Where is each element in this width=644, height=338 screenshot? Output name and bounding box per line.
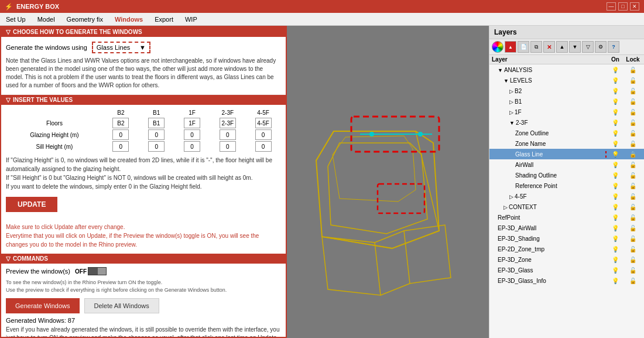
layer-reference-point-on-icon[interactable]: 💡 xyxy=(607,183,624,189)
menu-windows[interactable]: Windows xyxy=(112,15,145,23)
layer-new-btn[interactable]: 📄 xyxy=(518,41,529,53)
layer-row-levels[interactable]: ▼LEVELS 💡 🔓 xyxy=(489,75,644,86)
layer-refpoint-on-icon[interactable]: 💡 xyxy=(607,214,624,221)
delete-all-windows-button[interactable]: Delete All Windows xyxy=(84,298,159,313)
layer-row-b1[interactable]: ▷B1 💡 🔓 xyxy=(489,96,644,107)
layer-down-btn[interactable]: ▼ xyxy=(569,41,581,53)
layer-context-lock-icon[interactable]: 🔓 xyxy=(624,204,642,210)
sill-b2-input[interactable] xyxy=(112,141,129,152)
toggle-switch[interactable] xyxy=(88,267,107,275)
glazing-1f-input[interactable] xyxy=(184,129,200,140)
layer-analysis-lock-icon[interactable]: 🔓 xyxy=(624,67,642,73)
layer-2-3f-lock-icon[interactable]: 🔓 xyxy=(624,120,642,126)
maximize-button[interactable]: □ xyxy=(618,2,628,11)
layer-row-ep3d-zone[interactable]: EP-3D_Zone 💡 🔓 xyxy=(489,254,644,265)
sill-4-5f-input[interactable] xyxy=(255,141,272,152)
layer-ep2d-zone-tmp-on-icon[interactable]: 💡 xyxy=(607,246,624,252)
layer-2-3f-on-icon[interactable]: 💡 xyxy=(607,120,624,126)
preview-toggle[interactable]: OFF xyxy=(75,267,107,275)
layer-b1-on-icon[interactable]: 💡 xyxy=(607,98,624,105)
menu-model[interactable]: Model xyxy=(35,15,57,23)
layer-zone-outline-on-icon[interactable]: 💡 xyxy=(607,130,624,136)
layer-airwall-on-icon[interactable]: 💡 xyxy=(607,162,624,168)
glazing-b2-input[interactable] xyxy=(112,129,129,140)
menu-wip[interactable]: WIP xyxy=(183,15,200,23)
menu-export[interactable]: Export xyxy=(152,15,176,23)
layer-ep3d-glass-info-on-icon[interactable]: 💡 xyxy=(607,278,624,284)
glazing-2-3f-input[interactable] xyxy=(220,129,236,140)
layer-b2-on-icon[interactable]: 💡 xyxy=(607,88,624,94)
floors-b2-input[interactable] xyxy=(112,118,129,128)
glazing-b1-input[interactable] xyxy=(148,129,165,140)
layer-row-analysis[interactable]: ▼ANALYSIS 💡 🔓 xyxy=(489,64,644,75)
layer-btn-2[interactable]: ▲ xyxy=(505,41,516,53)
layer-row-1f[interactable]: ▷1F 💡 🔓 xyxy=(489,107,644,117)
layer-zone-name-on-icon[interactable]: 💡 xyxy=(607,141,624,147)
layer-settings-btn[interactable]: ⚙ xyxy=(595,41,607,53)
layer-row-refpoint[interactable]: RefPoint 💡 🔓 xyxy=(489,212,644,223)
layer-delete-btn[interactable]: ✕ xyxy=(543,41,555,53)
layer-refpoint-lock-icon[interactable]: 🔓 xyxy=(624,214,642,221)
layer-color-wheel-btn[interactable] xyxy=(492,41,503,53)
sill-2-3f-input[interactable] xyxy=(220,141,236,152)
layer-row-zone-name[interactable]: Zone Name 💡 🔓 xyxy=(489,138,644,149)
layer-levels-lock-icon[interactable]: 🔓 xyxy=(624,77,642,84)
layer-b2-lock-icon[interactable]: 🔓 xyxy=(624,88,642,94)
layer-4-5f-lock-icon[interactable]: 🔓 xyxy=(624,193,642,200)
layer-context-on-icon[interactable]: 💡 xyxy=(607,204,624,210)
layer-row-ep3d-glass[interactable]: EP-3D_Glass 💡 🔓 xyxy=(489,265,644,275)
layer-analysis-on-icon[interactable]: 💡 xyxy=(607,67,624,73)
sill-b1-input[interactable] xyxy=(148,141,165,152)
layer-zone-name-lock-icon[interactable]: 🔓 xyxy=(624,141,642,147)
layer-levels-on-icon[interactable]: 💡 xyxy=(607,77,624,84)
layer-row-ep3d-shading[interactable]: EP-3D_Shading 💡 🔓 xyxy=(489,233,644,244)
minimize-button[interactable]: — xyxy=(607,2,616,11)
floors-4-5f-input[interactable] xyxy=(255,118,272,128)
layer-row-2-3f[interactable]: ▼2-3F 💡 🔓 xyxy=(489,117,644,128)
layer-ep2d-zone-tmp-lock-icon[interactable]: 🔓 xyxy=(624,246,642,252)
layer-row-reference-point[interactable]: Reference Point 💡 🔓 xyxy=(489,180,644,191)
layer-row-zone-outline[interactable]: Zone Outline 💡 🔓 xyxy=(489,128,644,138)
generate-windows-button[interactable]: Generate Windows xyxy=(6,298,80,313)
glass-lines-dropdown[interactable]: Glass Lines ▼ xyxy=(92,42,150,53)
layer-ep3d-airwall-on-icon[interactable]: 💡 xyxy=(607,225,624,231)
layer-row-4-5f[interactable]: ▷4-5F 💡 🔓 xyxy=(489,191,644,202)
layer-row-shading-outline[interactable]: Shading Outline 💡 🔓 xyxy=(489,170,644,180)
layer-reference-point-lock-icon[interactable]: 🔓 xyxy=(624,183,642,189)
layer-row-ep3d-glass-info[interactable]: EP-3D_Glass_Info 💡 🔓 xyxy=(489,275,644,286)
layer-glass-line-lock-icon[interactable]: 🔒 xyxy=(624,151,642,158)
layer-row-airwall[interactable]: AirWall 💡 🔓 xyxy=(489,159,644,170)
layer-info-btn[interactable]: ? xyxy=(608,41,619,53)
close-button[interactable]: ✕ xyxy=(630,2,639,11)
layer-ep3d-shading-lock-icon[interactable]: 🔓 xyxy=(624,235,642,242)
menu-setup[interactable]: Set Up xyxy=(4,15,28,23)
floors-b1-input[interactable] xyxy=(148,118,165,128)
layer-up-btn[interactable]: ▲ xyxy=(556,41,568,53)
update-button[interactable]: UPDATE xyxy=(6,197,57,212)
layer-ep3d-glass-info-lock-icon[interactable]: 🔓 xyxy=(624,278,642,284)
layer-1f-lock-icon[interactable]: 🔓 xyxy=(624,109,642,115)
layer-row-glass-line[interactable]: Glass Line 💡 🔒 xyxy=(489,149,644,159)
layer-row-context[interactable]: ▷CONTEXT 💡 🔓 xyxy=(489,202,644,212)
sill-1f-input[interactable] xyxy=(184,141,200,152)
layer-ep3d-glass-lock-icon[interactable]: 🔓 xyxy=(624,267,642,274)
layer-glass-line-on-icon[interactable]: 💡 xyxy=(607,151,624,158)
layer-filter-btn[interactable]: ▽ xyxy=(582,41,594,53)
layer-b1-lock-icon[interactable]: 🔓 xyxy=(624,98,642,105)
layer-row-ep2d-zone-tmp[interactable]: EP-2D_Zone_tmp 💡 🔓 xyxy=(489,244,644,254)
layer-row-ep3d-airwall[interactable]: EP-3D_AirWall 💡 🔓 xyxy=(489,223,644,233)
glazing-4-5f-input[interactable] xyxy=(255,129,272,140)
floors-2-3f-input[interactable] xyxy=(220,118,236,128)
layer-shading-outline-on-icon[interactable]: 💡 xyxy=(607,172,624,179)
layer-zone-outline-lock-icon[interactable]: 🔓 xyxy=(624,130,642,136)
menu-geometry-fix[interactable]: Geometry fix xyxy=(64,15,105,23)
floors-1f-input[interactable] xyxy=(184,118,200,128)
viewport[interactable] xyxy=(287,26,489,338)
layer-row-b2[interactable]: ▷B2 💡 🔓 xyxy=(489,86,644,96)
layer-ep3d-glass-on-icon[interactable]: 💡 xyxy=(607,267,624,274)
layer-ep3d-shading-on-icon[interactable]: 💡 xyxy=(607,235,624,242)
layer-4-5f-on-icon[interactable]: 💡 xyxy=(607,193,624,200)
layer-ep3d-airwall-lock-icon[interactable]: 🔓 xyxy=(624,225,642,231)
layer-copy-btn[interactable]: ⧉ xyxy=(530,41,542,53)
layer-airwall-lock-icon[interactable]: 🔓 xyxy=(624,162,642,168)
